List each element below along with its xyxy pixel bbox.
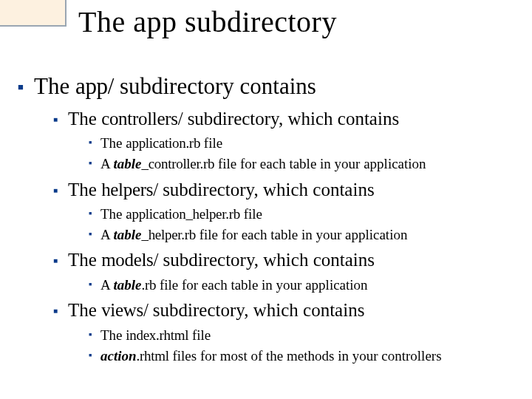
code-text: index.rhtml [126,327,188,343]
text: The [68,180,101,200]
text: file for each table in your application [196,227,407,242]
code-text: views/ [101,300,148,320]
square-bullet-icon: ■ [89,231,92,238]
text: The [100,135,126,151]
bullet-level-0: ■ The app/ subdirectory contains ■ The c… [34,72,507,365]
code-text: application.rb [126,135,200,151]
square-bullet-icon: ■ [89,282,92,288]
code-text: helpers/ [101,180,158,200]
content-area: ■ The app/ subdirectory contains ■ The c… [34,72,507,369]
text: A [100,156,113,171]
text: file for each table in your application [156,277,367,293]
code-text: app/ [75,73,114,99]
text: subdirectory, which contains [149,300,365,320]
bullet-level-2: ■ A table_controller.rb file for each ta… [100,154,507,174]
square-bullet-icon: ■ [89,332,92,338]
code-text: application_helper.rb [126,206,240,222]
bullet-level-1: ■ The views/ subdirectory, which contain… [68,299,507,365]
text: file [240,206,262,222]
square-bullet-icon: ■ [89,211,92,217]
corner-accent [0,0,66,27]
text: The [68,109,101,129]
code-text: models/ [101,250,158,270]
text: subdirectory contains [114,73,316,99]
text: A [100,277,113,293]
square-bullet-icon: ■ [89,160,92,167]
text: file [200,135,222,151]
code-text: _controller.rb [141,156,214,171]
square-bullet-icon: ■ [53,256,58,265]
text: files for most of the methods in your co… [169,348,442,364]
text: The [100,206,126,222]
square-bullet-icon: ■ [53,115,58,124]
italic-text: action [100,348,137,364]
bullet-level-2: ■ A table_helper.rb file for each table … [100,225,507,245]
bullet-level-1: ■ The helpers/ subdirectory, which conta… [68,178,507,245]
code-text: controllers/ [101,109,183,129]
bullet-level-2: ■ A table.rb file for each table in your… [100,276,507,295]
code-text: .rhtml [137,348,169,364]
square-bullet-icon: ■ [18,81,24,93]
text: The [68,300,101,320]
text: subdirectory, which contains [158,180,375,200]
italic-text: table [113,156,141,171]
bullet-level-1: ■ The controllers/ subdirectory, which c… [68,107,507,174]
text: The [100,327,126,343]
text: The [68,250,101,270]
text: subdirectory, which contains [183,109,399,129]
bullet-level-2: ■ The application.rb file [100,134,507,153]
square-bullet-icon: ■ [53,185,58,195]
square-bullet-icon: ■ [53,306,58,316]
text: subdirectory, which contains [158,250,375,270]
square-bullet-icon: ■ [89,140,92,146]
code-text: .rb [141,277,156,293]
bullet-level-2: ■ The application_helper.rb file [100,205,507,224]
square-bullet-icon: ■ [89,352,92,359]
bullet-level-2: ■ action.rhtml files for most of the met… [100,347,507,366]
text: The [34,73,75,99]
slide-title: The app subdirectory [78,4,337,39]
italic-text: table [113,227,141,242]
text: file [188,327,211,343]
text: A [100,227,113,242]
italic-text: table [113,277,141,293]
bullet-level-2: ■ The index.rhtml file [100,326,507,345]
bullet-level-1: ■ The models/ subdirectory, which contai… [68,248,507,294]
code-text: _helper.rb [141,227,196,242]
text: file for each table in your application [214,156,426,171]
